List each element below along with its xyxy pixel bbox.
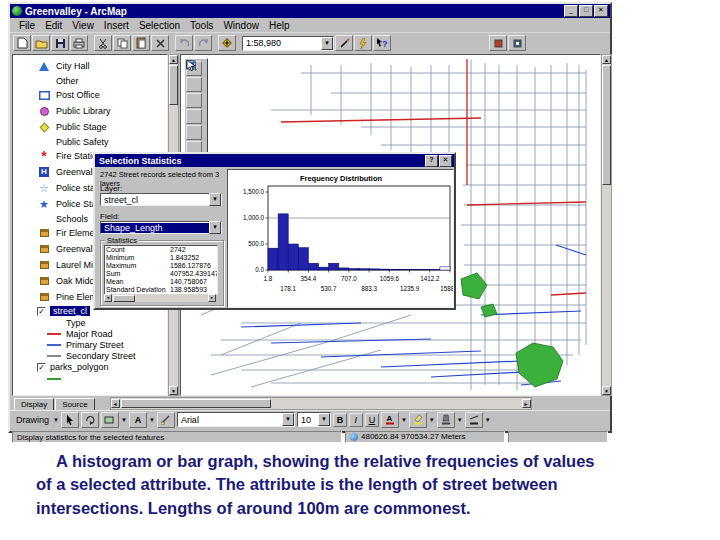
chevron-down-icon[interactable]: ▼ — [121, 417, 127, 423]
statistics-list[interactable]: Count2742Minimum1.843252Maximum1586.1278… — [104, 245, 218, 295]
statistics-scrollbar[interactable]: ◄ ► — [104, 294, 216, 302]
tab-source[interactable]: Source — [55, 398, 94, 410]
cut-button[interactable] — [94, 35, 112, 51]
tab-display[interactable]: Display — [14, 398, 54, 410]
chevron-down-icon[interactable]: ▼ — [401, 417, 407, 423]
toc-scroll-thumb[interactable] — [169, 65, 178, 105]
chevron-down-icon[interactable]: ▼ — [53, 417, 59, 423]
new-text-button[interactable]: A — [129, 412, 147, 428]
scroll-right-icon[interactable]: ► — [522, 399, 531, 408]
font-color-button[interactable]: A — [381, 412, 399, 428]
stats-scroll-thumb[interactable] — [113, 295, 135, 302]
print-button[interactable] — [70, 35, 88, 51]
copy-button[interactable] — [113, 35, 131, 51]
toc-item-primary-street[interactable]: Primary Street — [13, 339, 167, 350]
stat-label: Minimum — [105, 254, 170, 262]
toc-item-public-stage[interactable]: Public Stage — [13, 119, 167, 135]
select-elements-button[interactable] — [61, 412, 79, 428]
scroll-up-icon[interactable]: ▲ — [169, 55, 178, 64]
chevron-down-icon[interactable]: ▼ — [149, 417, 155, 423]
toc-item-other[interactable]: Other — [13, 74, 167, 87]
chevron-down-icon[interactable]: ▼ — [282, 413, 294, 426]
svg-text:1,500.0: 1,500.0 — [243, 188, 265, 195]
chevron-down-icon[interactable]: ▼ — [457, 417, 463, 423]
undo-button[interactable] — [175, 35, 193, 51]
toc-item-public-safety[interactable]: Public Safety — [13, 135, 167, 148]
layer-checkbox[interactable]: ✓ — [37, 307, 46, 316]
close-icon[interactable]: ✕ — [439, 155, 452, 167]
zoom-out-button[interactable] — [186, 77, 202, 92]
italic-button[interactable]: I — [349, 413, 363, 427]
chevron-down-icon[interactable]: ▼ — [209, 193, 221, 206]
draw-tool-button[interactable] — [335, 35, 353, 51]
chevron-down-icon[interactable]: ▼ — [429, 417, 435, 423]
marker-color-button[interactable] — [437, 412, 455, 428]
pan-button[interactable] — [186, 125, 202, 140]
open-button[interactable] — [32, 35, 50, 51]
font-size-combo[interactable]: 10 ▼ — [297, 412, 331, 427]
add-data-button[interactable] — [218, 35, 236, 51]
rotate-button[interactable] — [81, 412, 99, 428]
new-button[interactable] — [13, 35, 31, 51]
hscroll-thumb[interactable] — [121, 399, 271, 408]
menu-help[interactable]: Help — [264, 20, 295, 31]
chevron-down-icon[interactable]: ▼ — [321, 37, 333, 50]
layer-combo[interactable]: street_cl ▼ — [100, 193, 222, 206]
toc-item-public-library[interactable]: Public Library — [13, 103, 167, 119]
layer-label: Layer: — [100, 184, 122, 193]
toc-item-parks-polygon[interactable]: ✓parks_polygon — [13, 361, 167, 373]
paste-button[interactable] — [132, 35, 150, 51]
toc-item-city-hall[interactable]: City Hall — [13, 58, 167, 74]
highlighter-button[interactable] — [409, 412, 427, 428]
field-combo[interactable]: Shape_Length ▼ — [100, 221, 222, 234]
new-rectangle-button[interactable] — [101, 412, 119, 428]
scroll-right-icon[interactable]: ► — [208, 294, 216, 302]
toc-item-secondary-street[interactable]: Secondary Street — [13, 350, 167, 361]
menu-selection[interactable]: Selection — [134, 20, 185, 31]
scroll-down-icon[interactable]: ▼ — [169, 386, 178, 395]
fixed-zoom-out-button[interactable] — [186, 109, 202, 124]
extra-tool-1-button[interactable] — [489, 35, 507, 51]
underline-button[interactable]: U — [365, 413, 379, 427]
menu-file[interactable]: File — [14, 20, 40, 31]
scroll-left-icon[interactable]: ◄ — [111, 399, 120, 408]
edit-vertices-button[interactable] — [157, 412, 175, 428]
menu-tools[interactable]: Tools — [185, 20, 218, 31]
chevron-down-icon[interactable]: ▼ — [318, 413, 330, 426]
layer-checkbox[interactable]: ✓ — [37, 363, 46, 372]
toc-item-major-road[interactable]: Major Road — [13, 328, 167, 339]
map-scroll-thumb[interactable] — [602, 65, 611, 185]
help-icon[interactable]: ? — [425, 155, 438, 167]
toc-item-type[interactable]: Type — [13, 317, 167, 328]
menu-window[interactable]: Window — [218, 20, 264, 31]
menu-view[interactable]: View — [67, 20, 99, 31]
bold-button[interactable]: B — [333, 413, 347, 427]
title-bar[interactable]: Greenvalley - ArcMap _ □ ✕ — [10, 4, 610, 18]
toc-item-post-office[interactable]: Post Office — [13, 87, 167, 103]
extra-tool-2-button[interactable] — [508, 35, 526, 51]
maximize-button[interactable]: □ — [579, 5, 593, 17]
scroll-up-icon[interactable]: ▲ — [602, 55, 611, 64]
line-color-button[interactable] — [465, 412, 483, 428]
font-family-combo[interactable]: Arial ▼ — [177, 412, 295, 427]
menu-edit[interactable]: Edit — [40, 20, 67, 31]
drawing-menu-button[interactable]: Drawing — [14, 415, 51, 425]
fixed-zoom-in-button[interactable] — [186, 93, 202, 108]
close-button[interactable]: ✕ — [594, 5, 608, 17]
map-vertical-scrollbar[interactable]: ▲ ▼ — [601, 54, 612, 396]
save-button[interactable] — [51, 35, 69, 51]
redo-button[interactable] — [194, 35, 212, 51]
map-horizontal-scrollbar[interactable]: ◄ ► — [110, 397, 532, 410]
map-scale-combo[interactable]: 1:58,980 ▼ — [242, 36, 334, 51]
menu-insert[interactable]: Insert — [99, 20, 134, 31]
minimize-button[interactable]: _ — [564, 5, 578, 17]
chevron-down-icon[interactable]: ▼ — [209, 221, 221, 234]
delete-button[interactable] — [151, 35, 169, 51]
scroll-down-icon[interactable]: ▼ — [602, 386, 611, 395]
hotlink-button[interactable] — [354, 35, 372, 51]
dialog-title-bar[interactable]: Selection Statistics ? ✕ — [95, 154, 454, 167]
chevron-down-icon[interactable]: ▼ — [485, 417, 491, 423]
help-button[interactable]: ? — [373, 35, 391, 51]
toc-item-blank[interactable] — [13, 373, 167, 384]
scroll-left-icon[interactable]: ◄ — [104, 294, 112, 302]
